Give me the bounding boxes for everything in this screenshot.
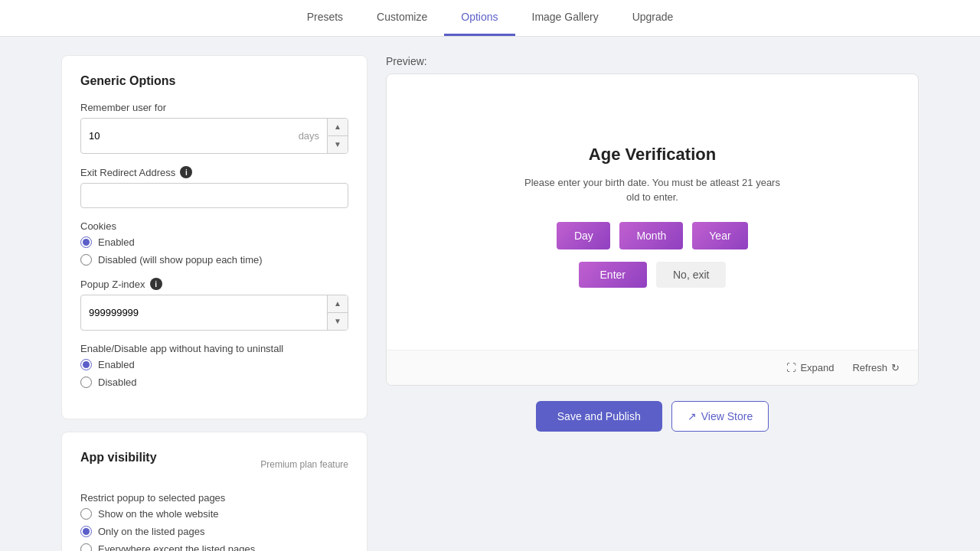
enable-disable-radio-group: Enabled Disabled (80, 359, 348, 388)
av-action-row: Enter No, exit (522, 262, 782, 288)
right-panel: Preview: Age Verification Please enter y… (386, 55, 919, 551)
cookies-enabled-option[interactable]: Enabled (80, 236, 348, 248)
popup-zindex-label: Popup Z-index i (80, 278, 348, 290)
zindex-spinner-up[interactable]: ▲ (328, 295, 348, 313)
bottom-action-bar: Save and Publish ↗ View Store (386, 401, 919, 432)
cookies-label: Cookies (80, 220, 348, 232)
popup-zindex-info-icon[interactable]: i (150, 278, 162, 290)
remember-user-input[interactable]: 10 (81, 124, 291, 148)
av-enter-button[interactable]: Enter (579, 262, 647, 288)
top-navigation: Presets Customize Options Image Gallery … (0, 0, 980, 37)
everywhere-except-label: Everywhere except the listed pages (98, 543, 255, 551)
main-content: Generic Options Remember user for 10 day… (0, 37, 980, 551)
av-subtitle: Please enter your birth date. You must b… (522, 175, 782, 205)
preview-label: Preview: (386, 55, 919, 67)
remember-user-spinner: ▲ ▼ (327, 119, 348, 153)
only-listed-pages-option[interactable]: Only on the listed pages (80, 526, 348, 537)
app-visibility-card: App visibility Premium plan feature Rest… (61, 432, 368, 551)
cookies-disabled-label: Disabled (will show popup each time) (98, 254, 263, 266)
cookies-radio-group: Enabled Disabled (will show popup each t… (80, 236, 348, 266)
left-panel: Generic Options Remember user for 10 day… (61, 55, 368, 551)
popup-zindex-group: Popup Z-index i 999999999 ▲ ▼ (80, 278, 348, 331)
expand-button[interactable]: ⛶ Expand (779, 358, 841, 377)
view-store-button[interactable]: ↗ View Store (671, 401, 769, 432)
app-enabled-radio[interactable] (80, 359, 92, 370)
tab-presets[interactable]: Presets (290, 0, 360, 36)
exit-redirect-input[interactable]: http://www.google.com (80, 183, 348, 208)
preview-container: Age Verification Please enter your birth… (386, 73, 919, 386)
only-listed-pages-radio[interactable] (80, 526, 92, 537)
tab-customize[interactable]: Customize (360, 0, 444, 36)
expand-label: Expand (800, 362, 834, 373)
everywhere-except-radio[interactable] (80, 543, 92, 551)
external-link-icon: ↗ (688, 410, 697, 422)
app-enabled-option[interactable]: Enabled (80, 359, 348, 370)
app-enabled-label: Enabled (98, 359, 135, 370)
popup-zindex-input-wrapper: 999999999 ▲ ▼ (80, 295, 348, 331)
spinner-down[interactable]: ▼ (328, 136, 348, 153)
popup-zindex-input[interactable]: 999999999 (81, 301, 327, 324)
app-disabled-label: Disabled (98, 377, 137, 388)
av-month-button[interactable]: Month (619, 222, 683, 249)
remember-user-group: Remember user for 10 days ▲ ▼ (80, 102, 348, 154)
expand-icon: ⛶ (786, 362, 796, 373)
exit-redirect-group: Exit Redirect Address i http://www.googl… (80, 166, 348, 208)
refresh-button[interactable]: Refresh ↻ (844, 358, 907, 377)
spinner-up[interactable]: ▲ (328, 119, 348, 136)
generic-options-title: Generic Options (80, 74, 348, 88)
av-no-exit-button[interactable]: No, exit (656, 262, 726, 288)
av-date-row: Day Month Year (522, 222, 782, 249)
preview-inner: Age Verification Please enter your birth… (387, 74, 918, 350)
app-disabled-radio[interactable] (80, 377, 92, 388)
refresh-label: Refresh (852, 362, 887, 373)
exit-redirect-info-icon[interactable]: i (180, 166, 192, 178)
enable-disable-label: Enable/Disable app without having to uni… (80, 343, 348, 354)
remember-user-label: Remember user for (80, 102, 348, 113)
refresh-icon: ↻ (891, 362, 900, 373)
show-whole-website-label: Show on the whole website (98, 508, 219, 520)
cookies-enabled-radio[interactable] (80, 236, 92, 248)
save-and-publish-button[interactable]: Save and Publish (536, 401, 662, 432)
age-verification-box: Age Verification Please enter your birth… (522, 145, 782, 288)
tab-image-gallery[interactable]: Image Gallery (515, 0, 616, 36)
cookies-enabled-label: Enabled (98, 236, 135, 248)
tab-options[interactable]: Options (444, 0, 514, 36)
show-whole-website-option[interactable]: Show on the whole website (80, 508, 348, 520)
view-store-label: View Store (701, 410, 753, 422)
av-day-button[interactable]: Day (557, 222, 610, 249)
only-listed-pages-label: Only on the listed pages (98, 526, 204, 537)
premium-badge: Premium plan feature (260, 459, 348, 470)
cookies-disabled-option[interactable]: Disabled (will show popup each time) (80, 254, 348, 266)
tab-upgrade[interactable]: Upgrade (616, 0, 691, 36)
restrict-label: Restrict popup to selected pages (80, 492, 348, 504)
app-visibility-title-row: App visibility Premium plan feature (80, 451, 348, 478)
zindex-spinner-down[interactable]: ▼ (328, 313, 348, 330)
days-label: days (291, 124, 327, 148)
cookies-disabled-radio[interactable] (80, 254, 92, 266)
generic-options-card: Generic Options Remember user for 10 day… (61, 55, 368, 419)
exit-redirect-label: Exit Redirect Address i (80, 166, 348, 178)
zindex-spinner: ▲ ▼ (327, 295, 348, 330)
cookies-group: Cookies Enabled Disabled (will show popu… (80, 220, 348, 266)
av-title: Age Verification (522, 145, 782, 165)
enable-disable-group: Enable/Disable app without having to uni… (80, 343, 348, 388)
everywhere-except-option[interactable]: Everywhere except the listed pages (80, 543, 348, 551)
remember-user-input-wrapper: 10 days ▲ ▼ (80, 118, 348, 154)
restrict-radio-group: Show on the whole website Only on the li… (80, 508, 348, 551)
app-disabled-option[interactable]: Disabled (80, 377, 348, 388)
preview-toolbar: ⛶ Expand Refresh ↻ (387, 350, 918, 385)
show-whole-website-radio[interactable] (80, 508, 92, 520)
app-visibility-title: App visibility (80, 451, 157, 465)
restrict-popup-group: Restrict popup to selected pages Show on… (80, 492, 348, 551)
av-year-button[interactable]: Year (692, 222, 747, 249)
